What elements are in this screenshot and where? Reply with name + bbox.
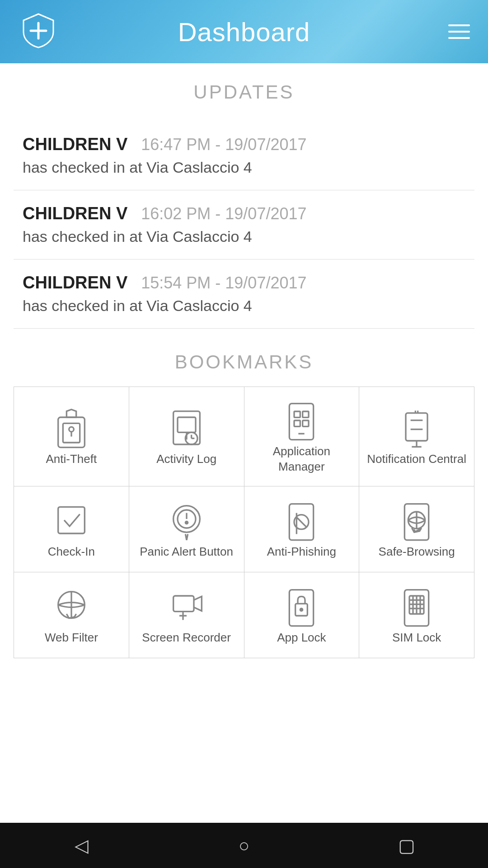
bookmarks-grid: Anti-Theft Activity Log Application Mana… [14,387,474,658]
svg-rect-18 [406,413,427,441]
bookmark-anti-phishing[interactable]: Anti-Phishing [244,486,360,572]
update-child-name: CHILDREN V [23,135,127,154]
menu-button[interactable] [448,24,470,39]
home-button[interactable]: ○ [226,827,262,863]
notification-central-icon [399,408,435,444]
bookmark-label: Notification Central [367,452,466,467]
svg-rect-16 [303,420,309,426]
bookmark-label: SIM Lock [392,630,441,646]
svg-rect-38 [173,596,193,612]
bookmark-label: Anti-Phishing [267,544,336,560]
svg-rect-15 [294,420,300,426]
application-manager-icon [283,401,319,437]
bookmark-panic-alert[interactable]: Panic Alert Button [129,486,244,572]
bookmarks-section: BOOKMARKS Anti-Theft Activity Log [14,351,474,658]
bookmark-application-manager[interactable]: Application Manager [244,387,360,486]
update-item: CHILDREN V 16:02 PM - 19/07/2017 has che… [14,190,474,259]
bookmark-notification-central[interactable]: Notification Central [359,387,474,486]
updates-title: UPDATES [14,81,474,103]
svg-rect-7 [178,417,196,432]
recent-button[interactable]: ▢ [389,827,425,863]
updates-section: UPDATES CHILDREN V 16:47 PM - 19/07/2017… [14,81,474,329]
svg-point-4 [69,427,74,432]
panic-alert-icon [169,501,205,537]
activity-log-icon [169,408,205,444]
update-description: has checked in at Via Caslaccio 4 [23,228,465,245]
bookmark-anti-theft[interactable]: Anti-Theft [14,387,129,486]
bookmark-screen-recorder[interactable]: Screen Recorder [129,572,244,658]
back-button[interactable]: ◁ [63,827,99,863]
header-logo [18,10,59,53]
bookmark-label: Check-In [48,544,95,560]
check-in-icon [53,501,89,537]
web-filter-icon [53,587,89,623]
bookmark-safe-browsing[interactable]: Safe-Browsing [359,486,474,572]
svg-point-28 [185,521,188,524]
bookmark-check-in[interactable]: Check-In [14,486,129,572]
svg-point-26 [178,510,196,528]
update-timestamp: 16:02 PM - 19/07/2017 [141,204,306,223]
update-item: CHILDREN V 15:54 PM - 19/07/2017 has che… [14,259,474,329]
update-timestamp: 16:47 PM - 19/07/2017 [141,135,306,154]
svg-rect-13 [294,411,300,417]
page-title: Dashboard [178,17,310,47]
bookmark-app-lock[interactable]: App Lock [244,572,360,658]
bookmark-label: Panic Alert Button [140,544,233,560]
bookmark-label: Screen Recorder [142,630,231,646]
bookmark-sim-lock[interactable]: SIM Lock [359,572,474,658]
bookmarks-title: BOOKMARKS [14,351,474,373]
sim-lock-icon [399,587,435,623]
bookmark-label: Application Manager [251,444,352,475]
update-timestamp: 15:54 PM - 19/07/2017 [141,274,306,292]
app-header: Dashboard [0,0,488,63]
anti-theft-icon [53,408,89,444]
update-description: has checked in at Via Caslaccio 4 [23,297,465,315]
svg-point-43 [300,609,303,611]
bookmark-label: Web Filter [45,630,98,646]
app-lock-icon [283,587,319,623]
bookmark-web-filter[interactable]: Web Filter [14,572,129,658]
bookmark-label: Anti-Theft [46,452,97,467]
svg-rect-14 [303,411,309,417]
screen-recorder-icon [169,587,205,623]
bookmark-label: App Lock [277,630,326,646]
update-item: CHILDREN V 16:47 PM - 19/07/2017 has che… [14,121,474,190]
updates-list: CHILDREN V 16:47 PM - 19/07/2017 has che… [14,121,474,329]
update-child-name: CHILDREN V [23,204,127,223]
bookmark-label: Activity Log [156,452,216,467]
svg-line-31 [297,517,306,527]
bookmark-activity-log[interactable]: Activity Log [129,387,244,486]
bottom-navigation: ◁ ○ ▢ [0,823,488,868]
update-description: has checked in at Via Caslaccio 4 [23,159,465,176]
safe-browsing-icon [399,501,435,537]
svg-rect-24 [58,507,85,533]
anti-phishing-icon [283,501,319,537]
bookmark-label: Safe-Browsing [379,544,455,560]
main-content: UPDATES CHILDREN V 16:47 PM - 19/07/2017… [0,63,488,658]
update-child-name: CHILDREN V [23,273,127,292]
